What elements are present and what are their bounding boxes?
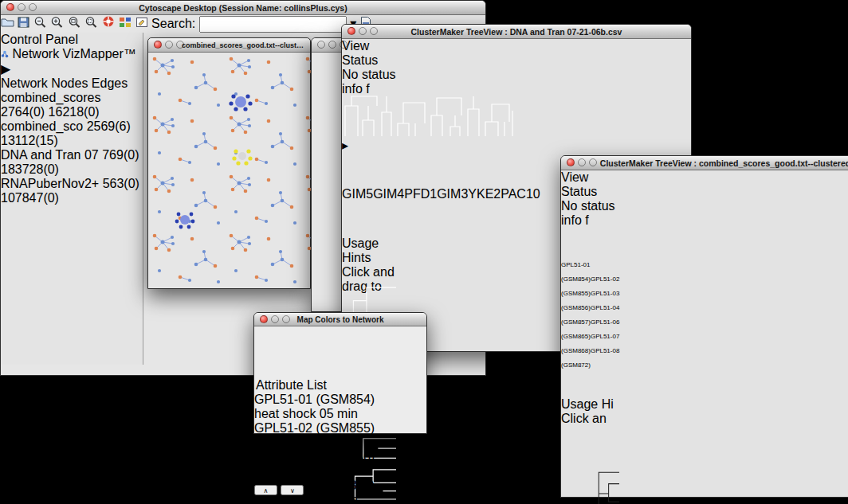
dialog-titlebar[interactable]: Map Colors to Network: [254, 313, 426, 326]
column-label[interactable]: GIM3: [437, 187, 468, 201]
zoom-window-icon[interactable]: [589, 158, 597, 166]
zoom-fit-icon[interactable]: [84, 17, 98, 30]
attribute-list-item[interactable]: GPL51-03 (GSM856) heat shock 15 min: [254, 450, 391, 479]
network-name-cell: DNA and Tran 07: [1, 148, 102, 162]
treeview1-splitter-strip[interactable]: ▸: [342, 138, 349, 187]
view-status-line1: View Status: [561, 170, 619, 199]
control-panel-title: Control Panel: [1, 33, 78, 46]
network-name-cell: combined_scores: [1, 91, 100, 104]
treeview2-title: ClusterMaker TreeView : combined_scores_…: [563, 158, 848, 168]
column-label[interactable]: GPL51-01 (GSM854): [561, 261, 591, 283]
close-icon[interactable]: [317, 41, 325, 49]
network-name: DNA and Tran 07: [1, 148, 99, 162]
col-nodes[interactable]: Nodes: [51, 76, 88, 90]
control-panel-tabs: Network VizMapper™ ▶: [1, 47, 143, 76]
column-label[interactable]: PFD1: [404, 187, 437, 201]
usage-hints-scrollbar[interactable]: [561, 426, 614, 433]
network-view-window: combined_scores_good.txt--cluste...: [147, 37, 311, 289]
zoom-selected-icon[interactable]: [68, 17, 81, 30]
network-nodes: 2569(6): [87, 119, 131, 133]
attribute-list: GPL51-01 (GSM854) heat shock 05 minGPL51…: [254, 393, 391, 438]
close-icon[interactable]: [154, 41, 162, 49]
close-icon[interactable]: [260, 315, 268, 323]
network-nodes: 2764(0): [1, 105, 45, 119]
close-icon[interactable]: [347, 27, 355, 35]
col-network[interactable]: Network: [1, 76, 48, 90]
column-label[interactable]: YKE2: [468, 187, 501, 201]
treeview1-view-status: View Status No status info f: [342, 39, 396, 88]
move-up-button[interactable]: ∧: [254, 485, 277, 495]
network-icon: [1, 50, 9, 58]
network-list: Network Nodes Edges combined_scores 2764…: [1, 76, 143, 285]
treeview2-left-dendrogram[interactable]: [561, 466, 619, 504]
zoom-window-icon[interactable]: [340, 41, 347, 49]
attribute-list-item[interactable]: GPL51-02 (GSM855) heat shock 10 min: [254, 421, 391, 450]
network-name: RNAPuberNov2+: [1, 177, 99, 190]
treeview1-top-dendrogram[interactable]: [342, 88, 519, 138]
column-label[interactable]: GIM4: [373, 187, 404, 201]
search-input[interactable]: [199, 16, 347, 33]
vizmapper-palette-icon[interactable]: [119, 17, 132, 30]
treeview2-titlebar[interactable]: ClusterMaker TreeView : combined_scores_…: [561, 156, 848, 170]
attribute-list-group: [254, 326, 422, 378]
tab-network[interactable]: Network: [1, 47, 63, 61]
network-nodes: 563(0): [103, 177, 139, 190]
network-tree-row[interactable]: DNA and Tran 07 769(0) 183728(0): [1, 148, 143, 177]
main-window-title: Cytoscape Desktop (Session Name: collins…: [107, 3, 379, 13]
column-label[interactable]: PAC10: [501, 187, 540, 201]
treeview1-usage-hints: Usage Hints Click and drag to: [342, 236, 400, 275]
map-colors-dialog: Map Colors to Network Attribute List GPL…: [253, 312, 427, 434]
zoom-out-icon[interactable]: [33, 17, 47, 30]
minimize-icon[interactable]: [271, 315, 279, 323]
treeview1-title: ClusterMaker TreeView : DNA and Tran 07-…: [379, 27, 654, 37]
tab-overflow-icon[interactable]: ▶: [1, 62, 10, 76]
control-panel-header: Control Panel: [1, 33, 143, 47]
treeview-combined-window: ClusterMaker TreeView : combined_scores_…: [560, 155, 848, 498]
minimize-icon[interactable]: [578, 158, 586, 166]
network-tree-row[interactable]: combined_sco 2569(6) 13112(15): [1, 119, 143, 148]
col-edges[interactable]: Edges: [92, 76, 128, 90]
network-list-header[interactable]: Network Nodes Edges: [1, 76, 143, 91]
network-edges: 13112(15): [1, 134, 58, 147]
network-name-cell: RNAPuberNov2+: [1, 177, 103, 190]
main-titlebar[interactable]: Cytoscape Desktop (Session Name: collins…: [1, 1, 485, 15]
network-edges: 16218(0): [49, 105, 100, 119]
treeview1-titlebar[interactable]: ClusterMaker TreeView : DNA and Tran 07-…: [342, 25, 691, 39]
zoom-in-icon[interactable]: [50, 17, 64, 30]
close-icon[interactable]: [6, 3, 14, 11]
network-nodes: 769(0): [102, 148, 139, 162]
network-view-titlebar[interactable]: combined_scores_good.txt--cluste...: [148, 38, 310, 53]
save-session-icon[interactable]: [18, 17, 29, 30]
open-session-icon[interactable]: [1, 17, 14, 30]
desktop: Cytoscape Desktop (Session Name: collins…: [0, 0, 848, 504]
network-clusters: [148, 53, 312, 291]
attribute-list-item[interactable]: GPL51-01 (GSM854) heat shock 05 min: [254, 393, 391, 421]
minimize-icon[interactable]: [165, 41, 173, 49]
zoom-window-icon[interactable]: [176, 41, 184, 49]
network-edges: 183728(0): [1, 162, 59, 176]
minimize-icon[interactable]: [328, 41, 336, 49]
minimize-icon[interactable]: [18, 3, 26, 11]
birds-eye-view[interactable]: [1, 285, 143, 373]
network-tree-row[interactable]: RNAPuberNov2+ 563(0) 107847(0): [1, 177, 143, 205]
move-down-button[interactable]: ∨: [281, 485, 304, 495]
zoom-window-icon[interactable]: [370, 27, 378, 35]
network-name: combined_scores: [1, 91, 100, 104]
tab-vizmapper[interactable]: VizMapper™: [63, 47, 136, 61]
treeview2-view-status: View Status No status info f: [561, 170, 619, 212]
zoom-window-icon[interactable]: [29, 3, 37, 11]
search-label: Search:: [151, 17, 195, 30]
treeview1-column-labels: GIM5GIM4PFD1GIM3YKE2PAC10: [342, 187, 387, 236]
close-icon[interactable]: [567, 158, 575, 166]
help-lifering-icon[interactable]: [102, 17, 116, 30]
column-label[interactable]: GIM5: [342, 187, 373, 201]
treeview2-usage-hints: Usage Hi Click an: [561, 397, 614, 466]
network-canvas[interactable]: [148, 53, 310, 295]
network-tree-row[interactable]: combined_scores 2764(0) 16218(0): [1, 91, 143, 119]
usage-hints-line1: Usage Hints: [342, 236, 400, 265]
annotation-icon[interactable]: [135, 17, 148, 30]
treeview2-column-labels: GPL51-01 (GSM854)GPL51-02 (GSM855)GPL51-…: [561, 256, 626, 326]
network-name-cell: combined_sco: [1, 119, 87, 133]
minimize-icon[interactable]: [359, 27, 367, 35]
zoom-window-icon[interactable]: [282, 315, 290, 323]
